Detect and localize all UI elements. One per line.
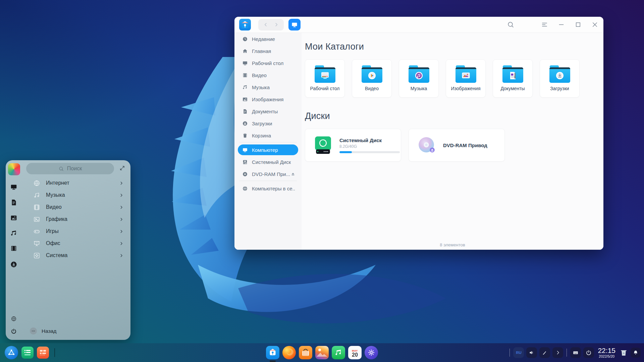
- category-system[interactable]: Система: [24, 249, 130, 261]
- power-icon[interactable]: [11, 328, 17, 334]
- category-music[interactable]: Музыка: [24, 189, 130, 201]
- window-view-icon[interactable]: [37, 347, 49, 359]
- download-badge-icon: [555, 70, 565, 80]
- launcher-panel: Поиск Интернет Музыка Видео Графика Игры: [6, 160, 130, 340]
- monitor-icon: [242, 147, 248, 153]
- music-icon[interactable]: [10, 230, 17, 237]
- sidebar-item-label: Загрузки: [252, 121, 272, 126]
- folder-card-downloads[interactable]: Загрузки: [540, 59, 580, 98]
- sidebar-item-recent[interactable]: Недавние: [238, 34, 298, 44]
- onscreen-keyboard-icon[interactable]: [570, 347, 581, 358]
- menu-icon[interactable]: [541, 21, 548, 28]
- disk-row: Системный Диск 8.2G/40G DVD-RAM Привод: [305, 129, 603, 162]
- chevron-right-icon: [119, 205, 124, 210]
- file-manager-window: Недавние Главная Рабочий стол Видео Музы…: [234, 17, 603, 250]
- sidebar-item-computer[interactable]: Компьютер: [238, 144, 298, 155]
- chevron-right-icon: [119, 229, 124, 234]
- search-icon[interactable]: [507, 21, 515, 28]
- eject-icon[interactable]: [290, 172, 296, 177]
- search-input[interactable]: Поиск: [26, 163, 114, 174]
- desktop-icon: [242, 60, 248, 66]
- multitasking-view-icon[interactable]: [21, 347, 34, 359]
- folder-card-music[interactable]: Музыка: [399, 59, 439, 98]
- sidebar-item-documents[interactable]: Документы: [238, 106, 298, 117]
- app-store-icon[interactable]: [299, 346, 312, 359]
- sidebar-divider: [239, 181, 297, 181]
- keyboard-layout-indicator[interactable]: RU: [513, 347, 524, 358]
- desktop-icon[interactable]: [10, 183, 17, 191]
- back-icon[interactable]: [263, 22, 269, 27]
- sidebar-item-desktop[interactable]: Рабочий стол: [238, 58, 298, 68]
- ellipsis-icon: [30, 327, 37, 335]
- sidebar-item-dvd[interactable]: DVD-RAM При...: [238, 169, 298, 179]
- film-icon[interactable]: [10, 245, 17, 252]
- category-video[interactable]: Видео: [24, 201, 130, 213]
- sidebar-divider: [239, 142, 297, 142]
- folder-card-desktop[interactable]: Рабочий стол: [305, 59, 345, 98]
- sidebar-item-music[interactable]: Музыка: [238, 82, 298, 93]
- volume-icon[interactable]: [526, 347, 537, 358]
- main-content: Мои Каталоги Рабочий стол Видео Музыка И…: [302, 33, 603, 250]
- close-button[interactable]: [591, 21, 599, 28]
- forward-icon[interactable]: [273, 22, 279, 27]
- chevron-right-icon: [119, 181, 124, 186]
- sidebar-item-home[interactable]: Главная: [238, 46, 298, 56]
- sidebar-item-videos[interactable]: Видео: [238, 70, 298, 80]
- chevron-right-icon: [119, 193, 124, 198]
- category-games[interactable]: Игры: [24, 225, 130, 237]
- taskbar-left: [5, 346, 55, 359]
- chevron-right-icon: [119, 253, 124, 258]
- disk-card-dvd[interactable]: DVD-RAM Привод: [409, 129, 505, 162]
- sidebar-item-label: Компьютеры в се...: [252, 186, 296, 191]
- brush-icon[interactable]: [539, 347, 550, 358]
- disc-icon: [242, 171, 248, 177]
- sidebar-item-trash[interactable]: Корзина: [238, 130, 298, 141]
- sidebar-item-downloads[interactable]: Загрузки: [238, 118, 298, 129]
- file-manager-dock-icon[interactable]: [266, 346, 279, 359]
- user-avatar[interactable]: [8, 163, 20, 175]
- navigation-buttons: [258, 19, 284, 31]
- expand-icon[interactable]: [119, 165, 125, 171]
- category-label: Графика: [46, 216, 67, 222]
- calendar-day: 20: [352, 352, 358, 357]
- computer-tab[interactable]: [288, 19, 301, 31]
- folder-card-pictures[interactable]: Изображения: [446, 59, 486, 98]
- category-label: Система: [46, 252, 67, 258]
- sidebar-item-system-disk[interactable]: Системный Диск: [238, 157, 298, 167]
- category-label: Видео: [46, 204, 62, 210]
- category-graphics[interactable]: Графика: [24, 213, 130, 225]
- download-icon[interactable]: [10, 261, 17, 268]
- category-office[interactable]: Офис: [24, 237, 130, 249]
- sidebar-item-network[interactable]: Компьютеры в се...: [238, 183, 298, 194]
- titlebar-actions: [507, 21, 599, 28]
- folder-card-videos[interactable]: Видео: [352, 59, 392, 98]
- video-badge-icon: [367, 70, 377, 80]
- tray-divider: [567, 349, 567, 357]
- control-center-icon[interactable]: [365, 346, 378, 359]
- globe-icon[interactable]: [11, 316, 17, 322]
- trash-dock-icon[interactable]: [619, 348, 628, 357]
- document-icon[interactable]: [10, 199, 17, 206]
- notification-bell-icon[interactable]: [631, 348, 641, 358]
- calendar-icon[interactable]: MAY 20: [348, 346, 362, 359]
- minimize-button[interactable]: [557, 21, 565, 28]
- sidebar-item-pictures[interactable]: Изображения: [238, 94, 298, 105]
- music-player-icon[interactable]: [332, 346, 345, 359]
- folder-label: Документы: [500, 86, 525, 91]
- shutdown-icon[interactable]: [583, 347, 594, 358]
- category-label: Музыка: [46, 192, 65, 198]
- clock[interactable]: 22:15 2022/5/20: [598, 347, 615, 358]
- category-internet[interactable]: Интернет: [24, 177, 130, 189]
- tray-expand-icon[interactable]: [552, 347, 563, 358]
- launcher-icon[interactable]: [5, 346, 18, 359]
- back-button[interactable]: Назад: [30, 327, 56, 335]
- image-icon[interactable]: [10, 214, 17, 222]
- taskbar-divider: [54, 348, 55, 357]
- firefox-icon[interactable]: [282, 346, 296, 359]
- photos-icon[interactable]: [315, 346, 329, 359]
- folder-card-documents[interactable]: Документы: [493, 59, 533, 98]
- disk-usage: 8.2G/40G: [339, 144, 400, 149]
- disk-card-system[interactable]: Системный Диск 8.2G/40G: [305, 129, 401, 162]
- maximize-button[interactable]: [574, 21, 582, 28]
- search-icon: [58, 166, 64, 172]
